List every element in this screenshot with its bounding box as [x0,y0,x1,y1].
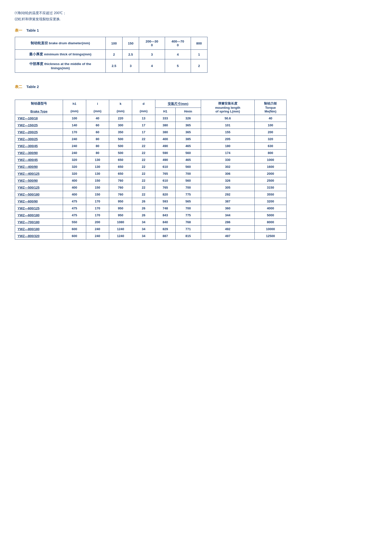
table1-col-header-3: 200—300 [139,37,165,50]
table2-cell-7-5: 610 [155,163,175,170]
table2-cell-7-0: YWZ—400/90 [15,163,63,170]
table2-cell-4-3: 500 [109,143,132,150]
table2-cell-13-7: 360 [201,205,254,212]
table2-cell-7-8: 1600 [254,163,286,170]
table2-cell-5-3: 500 [109,150,132,156]
table1-label-english: Table 1 [26,28,39,32]
table2-cell-8-1: 320 [63,170,86,177]
table2-cell-4-2: 80 [86,143,109,150]
table2-cell-0-5: 333 [155,115,175,122]
table2-cell-7-7: 302 [201,163,254,170]
table2-header-row1: 制动器型号Brake Type h1(mm) i(mm) k(mm) d(mm)… [15,100,287,108]
table2-cell-4-6: 465 [175,143,201,150]
table2-cell-3-0: YWZ—300/25 [15,136,63,143]
table2-cell-9-2: 150 [86,177,109,184]
table2-row: YWZ—500/90400150760226105603262500 [15,177,287,184]
table2-cell-4-0: YWZ—300/45 [15,143,63,150]
table2-cell-0-6: 326 [175,115,201,122]
table2-cell-7-6: 560 [175,163,201,170]
table2-cell-15-3: 1080 [109,219,132,226]
table2-cell-11-7: 292 [201,191,254,198]
table1-row-1: 中部厚度 thickness at the middle of thelinin… [15,59,207,73]
table2-hdr-k: k(mm) [109,100,132,115]
table2-cell-6-4: 22 [132,156,155,163]
table2-cell-3-2: 80 [86,136,109,143]
table2-cell-3-7: 205 [201,136,254,143]
table2-cell-9-3: 760 [109,177,132,184]
table2-cell-0-1: 100 [63,115,86,122]
table2-cell-12-2: 170 [86,198,109,205]
table2-cell-2-7: 155 [201,129,254,136]
table2-row: YWZ—500/180400150760228207752923550 [15,191,287,198]
table2-cell-7-4: 22 [132,163,155,170]
table2-cell-3-6: 385 [175,136,201,143]
table2-cell-17-8: 12500 [254,233,286,240]
table2-cell-8-8: 2000 [254,170,286,177]
table2-cell-1-1: 140 [63,122,86,129]
table2-cell-2-5: 380 [155,129,175,136]
table2-cell-17-5: 887 [155,233,175,240]
table2-cell-0-3: 220 [109,115,132,122]
table1-row-0: 最小厚度 minimum thick of linings(mm) 2 2.5 … [15,50,207,59]
table2-hdr-i: i(mm) [86,100,109,115]
table2-row: YWZ—400/45320130650224904653301000 [15,156,287,163]
table2-cell-0-0: YWZ—100/18 [15,115,63,122]
table2-cell-17-4: 34 [132,233,155,240]
table2-cell-2-8: 200 [254,129,286,136]
table2-cell-16-6: 771 [175,226,201,233]
table2-cell-3-5: 400 [155,136,175,143]
table2-cell-9-8: 2500 [254,177,286,184]
table1-col-header-5: 800 [191,37,207,50]
table2-cell-9-4: 22 [132,177,155,184]
table2-cell-15-0: YWZ—700/180 [15,219,63,226]
table2-cell-10-1: 400 [63,184,86,191]
table1-row0-val2: 3 [139,50,165,59]
table2-cell-5-2: 80 [86,150,109,156]
table2-cell-13-2: 170 [86,205,109,212]
table2-cell-15-5: 840 [155,219,175,226]
table2-cell-13-4: 26 [132,205,155,212]
table2-cell-15-6: 768 [175,219,201,226]
table2-row: YWZ—500/125400150760227657003053150 [15,184,287,191]
table2-cell-16-2: 240 [86,226,109,233]
table2-cell-11-1: 400 [63,191,86,198]
table2-cell-1-4: 17 [132,122,155,129]
table2-cell-11-8: 3550 [254,191,286,198]
table2-cell-5-5: 590 [155,150,175,156]
table2-cell-16-0: YWZ—800/180 [15,226,63,233]
table2-cell-4-7: 180 [201,143,254,150]
table2-hdr-Hmin: Hmin [175,108,201,115]
table2-cell-10-0: YWZ—500/125 [15,184,63,191]
table2-cell-12-6: 565 [175,198,201,205]
table1-row1-val0: 2.5 [106,59,122,73]
table2-hdr-torque: 制动力矩TorqueMe(Nm) [254,100,286,115]
table2-cell-0-8: 40 [254,115,286,122]
table2-cell-17-0: YWZ—800/320 [15,233,63,240]
table2-cell-13-5: 748 [155,205,175,212]
table1-row0-val1: 2.5 [122,50,139,59]
table2-label-english: Table 2 [26,85,39,89]
table1-row0-val3: 4 [165,50,191,59]
table2-row: YWZ—700/1805502001080348407682868000 [15,219,287,226]
table1-row0-val4: 1 [191,50,207,59]
table2-row: YWZ—600/125475170950267487003604000 [15,205,287,212]
intro-section: ⑴制动轮的温度不应超过 200℃； ⑵杠杆和弹簧发现裂纹应更换. [15,10,377,22]
table2-cell-17-3: 1240 [109,233,132,240]
table2-hdr-spring: 弹簧安装长度mounting lengthof spring L(mm) [201,100,254,115]
table2-cell-9-6: 560 [175,177,201,184]
table2-cell-2-0: YWZ—200/25 [15,129,63,136]
table2-cell-2-4: 17 [132,129,155,136]
table2-cell-14-3: 950 [109,212,132,219]
table2-cell-7-2: 130 [86,163,109,170]
table2-cell-10-2: 150 [86,184,109,191]
table2-cell-0-2: 40 [86,115,109,122]
table2-cell-12-4: 26 [132,198,155,205]
table2-cell-6-1: 320 [63,156,86,163]
table2-cell-3-3: 500 [109,136,132,143]
table2-cell-16-7: 492 [201,226,254,233]
table2-cell-8-6: 700 [175,170,201,177]
table2-cell-2-1: 170 [63,129,86,136]
table2-cell-1-7: 101 [201,122,254,129]
table2-cell-1-6: 365 [175,122,201,129]
table2-cell-4-1: 240 [63,143,86,150]
